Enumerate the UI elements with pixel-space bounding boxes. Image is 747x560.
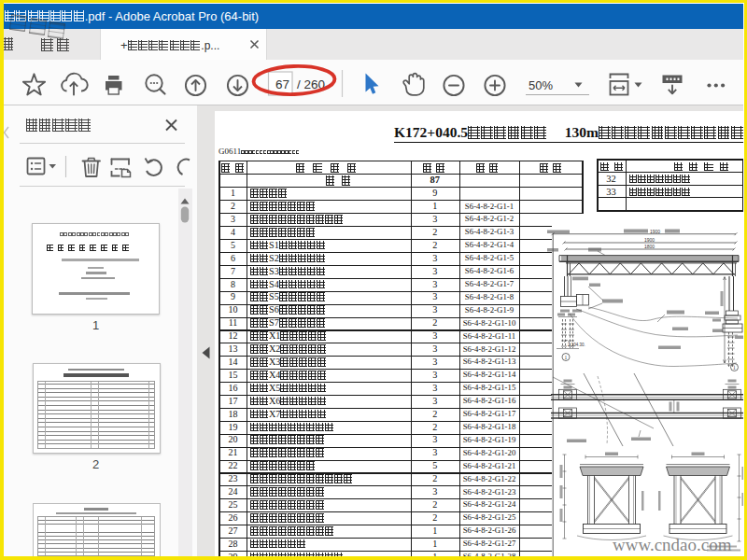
svg-text:67: 67 <box>275 77 289 91</box>
svg-text:50%: 50% <box>529 78 553 92</box>
